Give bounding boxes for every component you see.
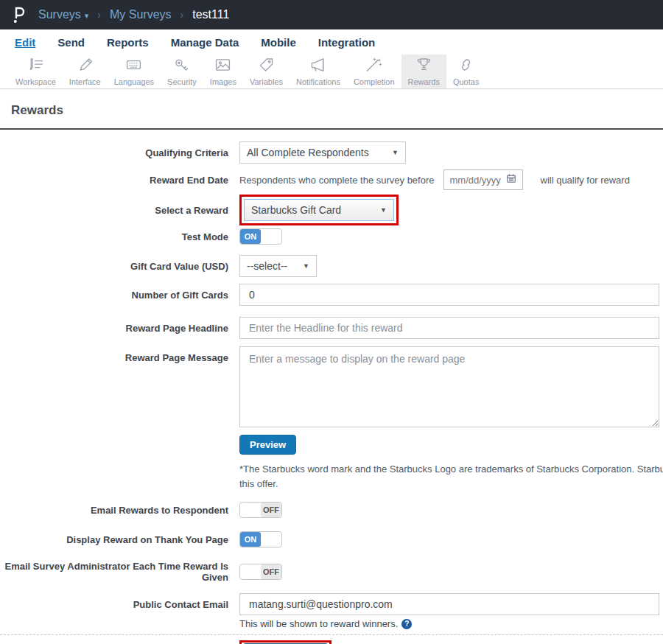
toolbar-item-rewards[interactable]: Rewards — [401, 55, 446, 88]
annotation-highlight-select-reward: Starbucks Gift Card ▼ — [239, 195, 399, 225]
reward-page-headline-label: Reward Page Headline — [0, 323, 228, 334]
megaphone-icon — [309, 57, 327, 76]
help-icon[interactable]: ? — [401, 619, 412, 629]
toolbar-item-completion[interactable]: Completion — [347, 55, 401, 88]
edit-toolbar: Workspace Interface Languages Security I… — [0, 55, 663, 89]
display-reward-label: Display Reward on Thank You Page — [0, 534, 228, 545]
select-caret-icon: ▼ — [392, 149, 399, 156]
tag-icon — [257, 57, 276, 76]
gift-card-value-label: Gift Card Value (USD) — [0, 261, 228, 272]
toolbar-item-notifications[interactable]: Notifications — [290, 55, 347, 88]
page-title: Rewards — [0, 89, 663, 128]
toolbar-item-workspace[interactable]: Workspace — [9, 55, 63, 88]
select-caret-icon: ▼ — [380, 206, 387, 214]
picture-icon — [214, 57, 232, 76]
toolbar-item-security[interactable]: Security — [161, 55, 203, 88]
design-pen-icon — [76, 57, 94, 76]
toolbar-item-images[interactable]: Images — [203, 55, 243, 88]
pen-list-icon — [27, 57, 45, 76]
breadcrumb-separator: › — [97, 9, 101, 21]
qualifying-criteria-select[interactable]: All Complete Respondents ▼ — [239, 141, 406, 164]
section-divider-dashed — [0, 634, 663, 635]
magic-wand-icon — [365, 57, 383, 76]
display-reward-toggle[interactable]: ON — [239, 531, 282, 547]
chain-link-icon — [457, 57, 475, 76]
preview-button[interactable]: Preview — [239, 435, 296, 455]
tab-mobile[interactable]: Mobile — [261, 36, 296, 49]
keyboard-icon — [124, 57, 143, 76]
email-admin-label: Email Survey Administrator Each Time Rew… — [0, 561, 228, 583]
key-icon — [172, 57, 191, 76]
end-date-suffix-text: will qualify for reward — [541, 175, 630, 186]
toolbar-item-variables[interactable]: Variables — [243, 55, 290, 88]
tab-manage-data[interactable]: Manage Data — [171, 36, 239, 49]
questionpro-logo-icon[interactable] — [10, 5, 27, 24]
qualifying-criteria-label: Qualifying Criteria — [0, 147, 228, 158]
breadcrumb-separator: › — [180, 9, 184, 21]
calendar-icon[interactable] — [506, 173, 516, 186]
breadcrumb-my-surveys[interactable]: My Surveys — [110, 8, 172, 21]
select-reward-select[interactable]: Starbucks Gift Card ▼ — [244, 199, 394, 221]
number-of-gift-cards-input[interactable] — [239, 284, 659, 306]
end-date-input[interactable] — [450, 175, 506, 186]
number-of-gift-cards-label: Number of Gift Cards — [0, 290, 228, 301]
email-rewards-toggle[interactable]: OFF — [239, 502, 282, 518]
public-contact-email-label: Public Contact Email — [0, 593, 228, 610]
toolbar-item-interface[interactable]: Interface — [63, 55, 108, 88]
toolbar-item-quotas[interactable]: Quotas — [446, 55, 485, 88]
breadcrumb-current-survey: test111 — [192, 8, 229, 21]
tab-reports[interactable]: Reports — [107, 36, 149, 49]
toolbar-item-languages[interactable]: Languages — [108, 55, 161, 88]
tab-send[interactable]: Send — [57, 36, 85, 49]
tab-integration[interactable]: Integration — [318, 36, 376, 49]
end-date-field[interactable] — [443, 169, 523, 190]
tab-edit[interactable]: Edit — [15, 36, 35, 49]
public-email-helper-text: This will be shown to reward winners. — [239, 618, 398, 629]
reward-page-headline-input[interactable] — [239, 317, 659, 339]
test-mode-toggle[interactable]: ON — [239, 228, 282, 245]
public-contact-email-input[interactable] — [239, 593, 659, 615]
gift-card-value-select[interactable]: --select-- ▼ — [239, 255, 317, 277]
test-mode-label: Test Mode — [0, 231, 228, 242]
end-date-prefix-text: Respondents who complete the survey befo… — [239, 175, 435, 186]
main-nav-tabs: Edit Send Reports Manage Data Mobile Int… — [0, 29, 663, 55]
select-caret-icon: ▼ — [303, 262, 309, 270]
chevron-down-icon: ▾ — [85, 11, 89, 20]
select-reward-label: Select a Reward — [0, 205, 228, 216]
reward-end-date-label: Reward End Date — [0, 175, 228, 186]
top-bar: Surveys▾ › My Surveys › test111 — [0, 0, 663, 29]
reward-page-message-textarea[interactable] — [239, 346, 659, 427]
email-rewards-label: Email Rewards to Respondent — [0, 505, 228, 516]
reward-page-message-label: Reward Page Message — [0, 346, 228, 363]
rewards-form: Qualifying Criteria All Complete Respond… — [0, 130, 663, 629]
annotation-highlight-save: Save Changes — [239, 640, 332, 644]
trophy-icon — [415, 57, 433, 76]
breadcrumb-surveys[interactable]: Surveys▾ — [38, 8, 88, 21]
email-admin-toggle[interactable]: OFF — [239, 564, 282, 580]
starbucks-disclaimer-text: *The Starbucks word mark and the Starbuc… — [239, 462, 663, 491]
